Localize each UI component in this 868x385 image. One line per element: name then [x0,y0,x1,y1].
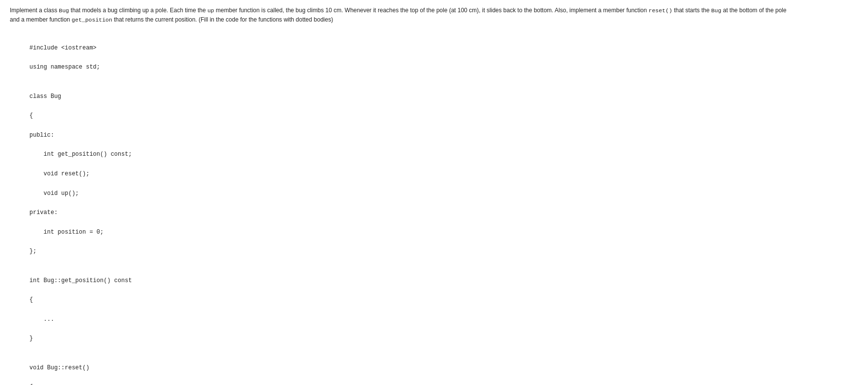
class-decl-line: class Bug [29,93,61,100]
using-line: using namespace std; [29,64,100,71]
up-decl: void up(); [29,190,79,197]
description-text: Implement a class Bug that models a bug … [10,6,843,25]
dots-1: ... [29,316,54,323]
description-block: Implement a class Bug that models a bug … [10,6,858,25]
private-label: private: [29,209,58,216]
code-block: #include <iostream> using namespace std;… [10,34,858,385]
get-position-decl: int get_position() const; [29,151,132,158]
reset-decl: void reset(); [29,170,89,177]
include-line: #include <iostream> [29,45,97,51]
get-position-def: int Bug::get_position() const [29,277,132,284]
public-label: public: [29,132,54,139]
close-brace-2: } [29,335,33,342]
open-brace-1: { [29,112,33,119]
reset-def: void Bug::reset() [29,364,89,371]
close-brace-1: }; [29,248,36,255]
open-brace-2: { [29,296,33,303]
position-decl: int position = 0; [29,229,103,236]
